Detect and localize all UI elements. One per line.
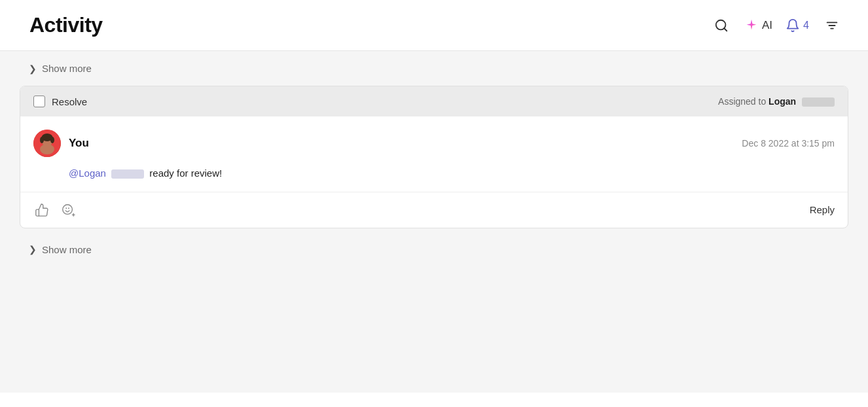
- content-area: ❯ Show more Resolve Assigned to Logan: [0, 51, 868, 393]
- search-icon: [714, 18, 729, 33]
- thumbs-up-icon: [35, 203, 49, 217]
- message-text: ready for review!: [149, 168, 222, 179]
- search-button[interactable]: [712, 16, 731, 35]
- card-header: Resolve Assigned to Logan: [20, 86, 848, 116]
- show-more-bottom-label: Show more: [42, 244, 92, 255]
- header: Activity: [0, 0, 868, 51]
- svg-point-11: [63, 204, 73, 214]
- header-actions: AI 4: [712, 16, 842, 35]
- comment-text: @Logan ready for review!: [33, 166, 835, 181]
- avatar: [33, 130, 61, 157]
- svg-point-10: [50, 137, 54, 143]
- avatar-image: [33, 130, 61, 157]
- comment-actions: Reply: [20, 192, 848, 228]
- filter-button[interactable]: [822, 16, 842, 35]
- notification-count: 4: [803, 20, 809, 31]
- svg-point-7: [40, 144, 54, 154]
- thumbs-up-button[interactable]: [33, 202, 50, 219]
- comment-timestamp: Dec 8 2022 at 3:15 pm: [742, 138, 835, 149]
- assigned-label: Assigned to: [718, 96, 766, 107]
- app-container: Activity: [0, 0, 868, 407]
- ai-button[interactable]: AI: [744, 18, 772, 33]
- author-info: You: [33, 130, 89, 157]
- author-name: You: [69, 137, 89, 150]
- ai-label: AI: [762, 19, 772, 32]
- assigned-name: Logan: [769, 96, 796, 107]
- assigned-avatar-blur: [802, 97, 835, 107]
- reaction-buttons: [33, 202, 77, 219]
- filter-icon: [825, 18, 839, 33]
- mention-name-blur: [111, 169, 144, 179]
- assigned-to: Assigned to Logan: [718, 96, 835, 107]
- show-more-top[interactable]: ❯ Show more: [20, 51, 848, 86]
- comment-author-row: You Dec 8 2022 at 3:15 pm: [33, 130, 835, 157]
- chevron-right-icon-bottom: ❯: [29, 244, 37, 255]
- show-more-top-label: Show more: [42, 63, 92, 74]
- resolve-button[interactable]: Resolve: [33, 96, 87, 107]
- show-more-bottom[interactable]: ❯ Show more: [20, 232, 848, 267]
- emoji-button[interactable]: [60, 202, 77, 219]
- mention: @Logan: [69, 168, 106, 179]
- resolve-checkbox: [33, 96, 45, 107]
- activity-card: Resolve Assigned to Logan: [20, 86, 848, 228]
- chevron-right-icon: ❯: [29, 63, 37, 74]
- emoji-add-icon: [61, 203, 75, 217]
- comment-body: You Dec 8 2022 at 3:15 pm @Logan ready f…: [20, 116, 848, 192]
- sparkle-icon: [744, 18, 759, 33]
- page-title: Activity: [29, 13, 103, 37]
- svg-line-1: [724, 28, 727, 31]
- reply-button[interactable]: Reply: [810, 204, 835, 215]
- svg-point-9: [40, 137, 44, 143]
- resolve-label: Resolve: [52, 96, 87, 107]
- notification-button[interactable]: 4: [786, 18, 809, 33]
- bell-icon: [786, 18, 800, 33]
